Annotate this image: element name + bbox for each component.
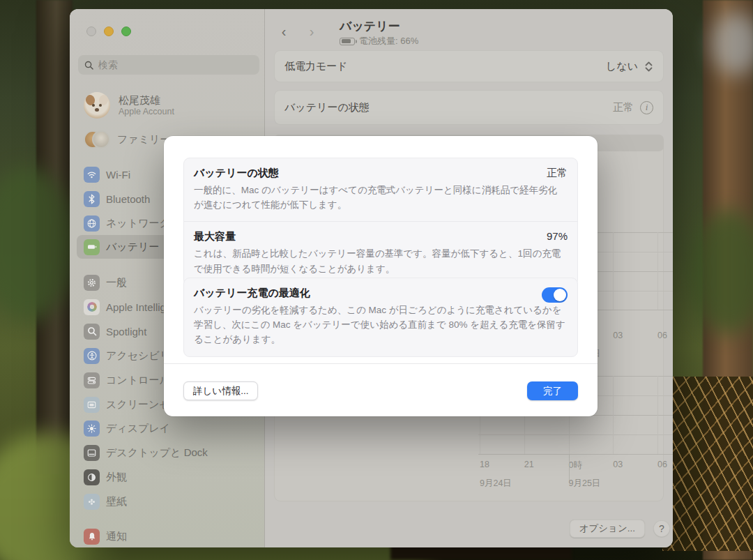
- sidebar-item-label: 通知: [106, 530, 127, 543]
- sidebar-item-label: ファミリー: [117, 133, 170, 146]
- low-power-mode-row[interactable]: 低電力モード しない: [274, 50, 664, 82]
- info-icon[interactable]: i: [640, 101, 653, 114]
- minimize-window-button[interactable]: [104, 27, 114, 36]
- row-title: 最大容量: [194, 230, 568, 243]
- search-input[interactable]: [98, 59, 253, 70]
- account-name: 松尾茂雄: [119, 94, 174, 107]
- sidebar-item-appearance[interactable]: 外観: [77, 465, 259, 489]
- battery-health-card: バッテリーの状態 正常 一般的に、Mac のバッテリーはすべての充電式バッテリー…: [183, 158, 578, 286]
- optimized-charging-toggle[interactable]: [542, 287, 568, 303]
- maximum-capacity-row: 最大容量 97% これは、新品時と比較したバッテリー容量の基準です。容量が低下す…: [184, 221, 577, 285]
- row-label: 低電力モード: [284, 60, 348, 73]
- sidebar-item-label: バッテリー: [106, 241, 159, 254]
- bell-icon: [84, 529, 100, 545]
- sidebar-item-label: ネットワーク: [106, 217, 170, 230]
- accessibility-icon: [84, 348, 100, 364]
- wifi-icon: [84, 167, 100, 183]
- screen: 松尾茂雄 Apple Account ファミリー Wi-Fi Bluetooth: [0, 0, 753, 560]
- sidebar-item-displays[interactable]: ディスプレイ: [77, 416, 259, 440]
- gear-icon: [84, 275, 100, 291]
- battery-level-status: 電池残量: 66%: [340, 35, 418, 47]
- battery-level-text: 電池残量: 66%: [359, 35, 418, 47]
- sidebar-item-label: 一般: [106, 276, 127, 289]
- screensaver-icon: [84, 397, 100, 413]
- sidebar-item-label: Spotlight: [106, 326, 146, 338]
- row-label: バッテリーの状態: [284, 101, 370, 114]
- sidebar-item-wallpaper[interactable]: 壁紙: [77, 490, 259, 513]
- avatar: [84, 92, 110, 119]
- options-button[interactable]: オプション...: [570, 520, 645, 538]
- sidebar-item-label: ディスプレイ: [106, 422, 170, 435]
- magnifier-icon: [84, 324, 100, 340]
- popup-stepper-icon[interactable]: [644, 61, 653, 73]
- row-title: バッテリー充電の最適化: [194, 287, 568, 300]
- battery-health-value: 正常: [613, 101, 634, 114]
- back-button[interactable]: ‹: [276, 23, 291, 40]
- dialog-footer: 詳しい情報... 完了: [164, 363, 598, 416]
- page-title: バッテリー: [340, 18, 400, 34]
- battery-health-row: バッテリーの状態 正常 i: [274, 90, 664, 125]
- globe-icon: [84, 215, 100, 232]
- account-subtitle: Apple Account: [119, 107, 174, 116]
- more-info-button[interactable]: 詳しい情報...: [183, 381, 258, 400]
- done-button[interactable]: 完了: [527, 381, 578, 400]
- battery-level-icon: [340, 38, 355, 45]
- sidebar-item-label: デスクトップと Dock: [106, 446, 208, 460]
- optimized-charging-card: バッテリー充電の最適化 バッテリーの劣化を軽減するため、この Mac が日ごろど…: [183, 278, 578, 357]
- row-description: これは、新品時と比較したバッテリー容量の基準です。容量が低下すると、1回の充電で…: [194, 246, 566, 275]
- sunlit-twigs: [662, 377, 753, 551]
- sidebar-item-label: 外観: [106, 471, 127, 484]
- dock-icon: [84, 445, 100, 461]
- low-power-mode-value: しない: [606, 60, 638, 73]
- sidebar-item-notifications[interactable]: 通知: [77, 524, 259, 547]
- sidebar-item-desktop-dock[interactable]: デスクトップと Dock: [77, 441, 259, 464]
- row-description: バッテリーの劣化を軽減するため、この Mac が日ごろどのように充電されているか…: [194, 303, 566, 347]
- search-icon: [84, 61, 93, 70]
- sidebar-item-label: Bluetooth: [106, 193, 150, 205]
- battery-health-dialog: バッテリーの状態 正常 一般的に、Mac のバッテリーはすべての充電式バッテリー…: [164, 136, 598, 416]
- sidebar-item-apple-account[interactable]: 松尾茂雄 Apple Account: [78, 87, 259, 123]
- display-sun-icon: [84, 421, 100, 437]
- row-title: バッテリーの状態: [194, 167, 568, 180]
- maximum-capacity-value: 97%: [547, 230, 568, 242]
- battery-health-state-row: バッテリーの状態 正常 一般的に、Mac のバッテリーはすべての充電式バッテリー…: [184, 158, 577, 221]
- battery-health-state-value: 正常: [547, 167, 568, 180]
- forward-button[interactable]: ›: [304, 23, 319, 40]
- toggles-icon: [84, 372, 100, 388]
- sidebar-item-label: Wi-Fi: [106, 169, 130, 181]
- bluetooth-icon: [84, 191, 100, 207]
- appearance-icon: [84, 469, 100, 485]
- close-window-button[interactable]: [86, 27, 96, 36]
- sidebar-search[interactable]: [78, 55, 259, 75]
- optimized-charging-row: バッテリー充電の最適化 バッテリーの劣化を軽減するため、この Mac が日ごろど…: [184, 278, 577, 356]
- family-avatars-icon: [84, 129, 109, 150]
- help-button[interactable]: ?: [653, 520, 670, 537]
- battery-icon: [84, 239, 100, 255]
- sidebar-item-label: 壁紙: [106, 495, 127, 508]
- zoom-window-button[interactable]: [121, 27, 131, 36]
- row-description: 一般的に、Mac のバッテリーはすべての充電式バッテリーと同様に消耗品で経年劣化…: [194, 183, 566, 212]
- sparkle-ring-icon: [84, 299, 100, 315]
- wallpaper-icon: [84, 494, 100, 510]
